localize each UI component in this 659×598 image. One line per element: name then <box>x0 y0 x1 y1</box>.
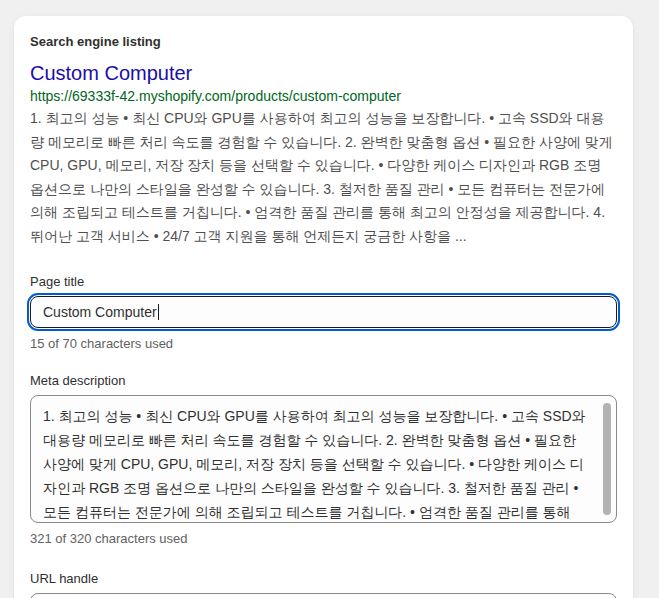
meta-description-value: 1. 최고의 성능 • 최신 CPU와 GPU를 사용하여 최고의 성능을 보장… <box>43 408 586 523</box>
meta-description-char-count: 321 of 320 characters used <box>30 531 617 547</box>
page-title-input-value: Custom Computer <box>43 304 157 320</box>
card-title: Search engine listing <box>30 34 617 49</box>
seo-preview-title-link[interactable]: Custom Computer <box>30 61 617 85</box>
page-title-label: Page title <box>30 274 617 290</box>
seo-preview-url: https://69333f-42.myshopify.com/products… <box>30 87 617 105</box>
page-title-field: Page title Custom Computer 15 of 70 char… <box>30 274 617 352</box>
page-title-char-count: 15 of 70 characters used <box>30 336 617 352</box>
url-handle-input[interactable]: https://69333f-42.myshopify.com/products… <box>30 593 617 598</box>
page-title-input[interactable]: Custom Computer <box>30 296 617 328</box>
url-handle-label: URL handle <box>30 571 617 587</box>
text-cursor <box>158 304 159 320</box>
meta-description-field: Meta description 1. 최고의 성능 • 최신 CPU와 GPU… <box>30 373 617 547</box>
meta-description-textarea[interactable]: 1. 최고의 성능 • 최신 CPU와 GPU를 사용하여 최고의 성능을 보장… <box>30 395 617 523</box>
textarea-scrollbar-thumb[interactable] <box>603 403 611 515</box>
meta-description-label: Meta description <box>30 373 617 389</box>
seo-preview-description: 1. 최고의 성능 • 최신 CPU와 GPU를 사용하여 최고의 성능을 보장… <box>30 107 617 248</box>
seo-preview: Custom Computer https://69333f-42.myshop… <box>30 61 617 248</box>
url-handle-field: URL handle https://69333f-42.myshopify.c… <box>30 571 617 598</box>
search-engine-listing-card: Search engine listing Custom Computer ht… <box>14 16 633 598</box>
